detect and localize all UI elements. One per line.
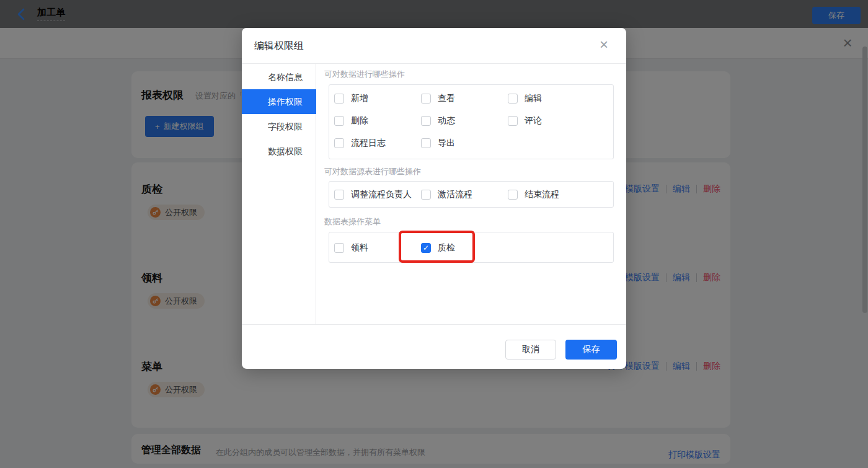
- data-ops-label: 可对数据进行哪些操作: [324, 69, 405, 80]
- checkbox[interactable]: [508, 116, 518, 126]
- option-shanchu[interactable]: 删除: [334, 116, 368, 126]
- checkbox[interactable]: [421, 116, 431, 126]
- option-daochu[interactable]: 导出: [421, 138, 455, 148]
- source-ops-label: 可对数据源表进行哪些操作: [324, 166, 421, 177]
- tab-operation-permission[interactable]: 操作权限: [242, 89, 316, 114]
- dialog-title: 编辑权限组: [254, 28, 304, 63]
- dialog-save-button[interactable]: 保存: [565, 340, 617, 360]
- source-ops-box: 调整流程负责人 激活流程 结束流程: [329, 181, 614, 208]
- table-menu-label: 数据表操作菜单: [324, 216, 381, 227]
- checkbox[interactable]: [421, 94, 431, 104]
- option-jieshu-liucheng[interactable]: 结束流程: [508, 190, 559, 200]
- option-lingliao[interactable]: 领料: [334, 243, 368, 253]
- tab-field-permission[interactable]: 字段权限: [242, 114, 316, 139]
- checkbox[interactable]: [334, 116, 344, 126]
- screen: 加工单 保存 × 报表权限 设置对应的「 + 新建权限组 质检 公开权限 打印模…: [0, 0, 868, 468]
- tab-name-info[interactable]: 名称信息: [242, 64, 316, 89]
- checkbox[interactable]: [421, 138, 431, 148]
- option-jihuo-liucheng[interactable]: 激活流程: [421, 190, 472, 200]
- checkbox[interactable]: [334, 138, 344, 148]
- dialog-tab-list: 名称信息 操作权限 字段权限 数据权限: [242, 64, 316, 324]
- checkbox[interactable]: [334, 94, 344, 104]
- dialog-close-icon[interactable]: ×: [595, 37, 613, 54]
- highlight-annotation-box: [399, 231, 475, 263]
- option-bianji[interactable]: 编辑: [508, 94, 542, 104]
- option-xinzeng[interactable]: 新增: [334, 94, 368, 104]
- data-ops-box: 新增 查看 编辑 删除 动态 评论 流程日志 导出: [329, 84, 614, 159]
- cancel-button[interactable]: 取消: [505, 340, 556, 360]
- checkbox[interactable]: [334, 190, 344, 200]
- checkbox[interactable]: [334, 243, 344, 253]
- checkbox[interactable]: [508, 190, 518, 200]
- tab-data-permission[interactable]: 数据权限: [242, 139, 316, 164]
- option-dongtai[interactable]: 动态: [421, 116, 455, 126]
- option-tiaozheng-fuzeren[interactable]: 调整流程负责人: [334, 190, 412, 200]
- checkbox[interactable]: [421, 190, 431, 200]
- option-chakan[interactable]: 查看: [421, 94, 455, 104]
- option-liucheng-rizhi[interactable]: 流程日志: [334, 138, 386, 148]
- checkbox[interactable]: [508, 94, 518, 104]
- edit-permission-group-dialog: 编辑权限组 × 名称信息 操作权限 字段权限 数据权限 可对数据进行哪些操作 新…: [242, 28, 626, 369]
- divider: [242, 324, 626, 325]
- option-pinglun[interactable]: 评论: [508, 116, 542, 126]
